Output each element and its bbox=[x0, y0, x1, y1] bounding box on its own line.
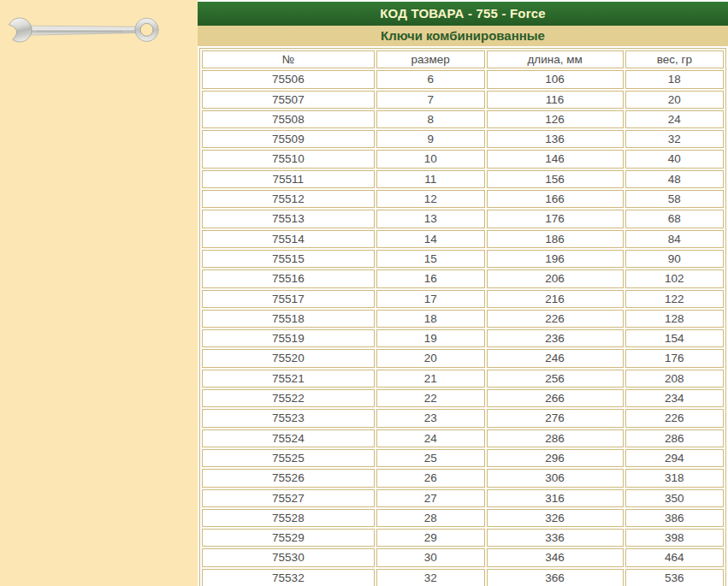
cell-size: 19 bbox=[376, 329, 485, 347]
table-row: 7552222266234 bbox=[202, 389, 724, 407]
cell-weight-g: 286 bbox=[625, 429, 724, 447]
cell-length-mm: 256 bbox=[487, 370, 624, 388]
cell-length-mm: 276 bbox=[487, 409, 624, 427]
cell-length-mm: 196 bbox=[487, 250, 624, 268]
cell-length-mm: 346 bbox=[487, 548, 624, 566]
cell-size: 28 bbox=[376, 509, 485, 527]
col-header-size: размер bbox=[376, 50, 485, 68]
cell-length-mm: 306 bbox=[487, 469, 624, 487]
cell-weight-g: 24 bbox=[625, 110, 724, 128]
table-row: 7552323276226 bbox=[202, 409, 724, 427]
cell-weight-g: 128 bbox=[625, 310, 724, 328]
cell-code: 75526 bbox=[202, 469, 375, 487]
category-subtitle: Ключи комбинированные bbox=[198, 26, 728, 46]
cell-weight-g: 318 bbox=[625, 469, 724, 487]
table-row: 7551717216122 bbox=[202, 290, 724, 308]
table-row: 7552020246176 bbox=[202, 349, 724, 367]
cell-code: 75512 bbox=[202, 190, 375, 208]
cell-weight-g: 208 bbox=[625, 370, 724, 388]
content-panel: КОД ТОВАРА - 755 - Force Ключи комбиниро… bbox=[198, 0, 728, 586]
cell-length-mm: 316 bbox=[487, 489, 624, 507]
table-row: 755141418684 bbox=[202, 230, 724, 248]
table-row: 755101014640 bbox=[202, 150, 724, 168]
cell-length-mm: 296 bbox=[487, 449, 624, 467]
table-row: 7552727316350 bbox=[202, 489, 724, 507]
cell-code: 75520 bbox=[202, 349, 375, 367]
table-row: 7552424286286 bbox=[202, 429, 724, 447]
cell-code: 75521 bbox=[202, 370, 375, 388]
cell-length-mm: 176 bbox=[487, 210, 624, 228]
col-header-length: длина, мм bbox=[487, 50, 624, 68]
cell-code: 75529 bbox=[202, 529, 375, 547]
cell-weight-g: 18 bbox=[625, 70, 724, 88]
cell-size: 18 bbox=[376, 310, 485, 328]
table-row: 7553232366536 bbox=[202, 569, 724, 586]
cell-length-mm: 366 bbox=[487, 569, 624, 586]
cell-weight-g: 176 bbox=[625, 349, 724, 367]
cell-code: 75515 bbox=[202, 250, 375, 268]
cell-length-mm: 236 bbox=[487, 329, 624, 347]
product-photo bbox=[3, 15, 160, 45]
cell-size: 22 bbox=[376, 389, 485, 407]
cell-length-mm: 266 bbox=[487, 389, 624, 407]
cell-size: 29 bbox=[376, 529, 485, 547]
cell-weight-g: 122 bbox=[625, 290, 724, 308]
cell-size: 24 bbox=[376, 429, 485, 447]
cell-code: 75507 bbox=[202, 91, 375, 109]
cell-length-mm: 116 bbox=[487, 91, 624, 109]
cell-size: 27 bbox=[376, 489, 485, 507]
table-row: 7551616206102 bbox=[202, 269, 724, 287]
cell-weight-g: 84 bbox=[625, 230, 724, 248]
cell-size: 8 bbox=[376, 110, 485, 128]
cell-code: 75528 bbox=[202, 509, 375, 527]
cell-length-mm: 246 bbox=[487, 349, 624, 367]
cell-code: 75530 bbox=[202, 548, 375, 566]
table-row: 7552626306318 bbox=[202, 469, 724, 487]
cell-weight-g: 350 bbox=[625, 489, 724, 507]
col-header-number: № bbox=[202, 50, 375, 68]
cell-weight-g: 226 bbox=[625, 409, 724, 427]
table-row: 755121216658 bbox=[202, 190, 724, 208]
cell-code: 75532 bbox=[202, 569, 375, 586]
cell-size: 30 bbox=[376, 548, 485, 566]
cell-weight-g: 386 bbox=[625, 509, 724, 527]
cell-code: 75522 bbox=[202, 389, 375, 407]
cell-length-mm: 136 bbox=[487, 130, 624, 148]
spec-table: № размер длина, мм вес, гр 7550661061875… bbox=[199, 48, 726, 586]
table-row: 7553030346464 bbox=[202, 548, 724, 566]
cell-length-mm: 186 bbox=[487, 230, 624, 248]
table-row: 75508812624 bbox=[202, 110, 724, 128]
cell-code: 75523 bbox=[202, 409, 375, 427]
cell-weight-g: 536 bbox=[625, 569, 724, 586]
cell-size: 10 bbox=[376, 150, 485, 168]
cell-weight-g: 20 bbox=[625, 91, 724, 109]
table-row: 7552121256208 bbox=[202, 370, 724, 388]
cell-weight-g: 398 bbox=[625, 529, 724, 547]
cell-weight-g: 58 bbox=[625, 190, 724, 208]
cell-code: 75518 bbox=[202, 310, 375, 328]
table-row: 75507711620 bbox=[202, 91, 724, 109]
cell-code: 75506 bbox=[202, 70, 375, 88]
cell-weight-g: 32 bbox=[625, 130, 724, 148]
table-row: 7551919236154 bbox=[202, 329, 724, 347]
cell-length-mm: 336 bbox=[487, 529, 624, 547]
cell-length-mm: 146 bbox=[487, 150, 624, 168]
cell-size: 23 bbox=[376, 409, 485, 427]
cell-weight-g: 68 bbox=[625, 210, 724, 228]
cell-size: 11 bbox=[376, 170, 485, 188]
cell-size: 20 bbox=[376, 349, 485, 367]
cell-code: 75511 bbox=[202, 170, 375, 188]
cell-size: 17 bbox=[376, 290, 485, 308]
cell-weight-g: 294 bbox=[625, 449, 724, 467]
table-row: 755151519690 bbox=[202, 250, 724, 268]
cell-size: 6 bbox=[376, 70, 485, 88]
cell-length-mm: 216 bbox=[487, 290, 624, 308]
cell-code: 75527 bbox=[202, 489, 375, 507]
cell-length-mm: 326 bbox=[487, 509, 624, 527]
table-header-row: № размер длина, мм вес, гр bbox=[202, 50, 724, 68]
cell-code: 75510 bbox=[202, 150, 375, 168]
cell-weight-g: 464 bbox=[625, 548, 724, 566]
cell-length-mm: 166 bbox=[487, 190, 624, 208]
cell-size: 13 bbox=[376, 210, 485, 228]
cell-size: 15 bbox=[376, 250, 485, 268]
